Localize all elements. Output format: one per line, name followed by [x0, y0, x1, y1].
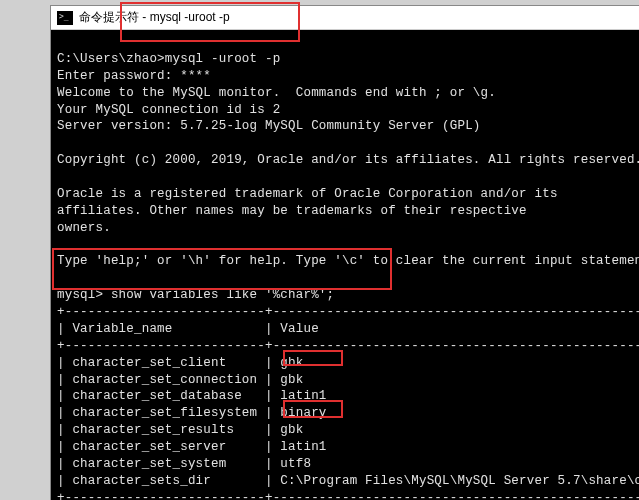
line: Oracle is a registered trademark of Orac… [57, 187, 558, 201]
table-border: +--------------------------+------------… [57, 305, 639, 319]
line: Server version: 5.7.25-log MySQL Communi… [57, 119, 481, 133]
table-row: | character_set_client | gbk [57, 356, 303, 370]
table-border: +--------------------------+------------… [57, 339, 639, 353]
table-row: | character_set_system | utf8 [57, 457, 311, 471]
line: Type 'help;' or '\h' for help. Type '\c'… [57, 254, 639, 268]
table-row: | character_set_server | latin1 [57, 440, 327, 454]
line: affiliates. Other names may be trademark… [57, 204, 527, 218]
line: C:\Users\zhao>mysql -uroot -p [57, 52, 280, 66]
table-border: +--------------------------+------------… [57, 491, 639, 500]
table-header: | Variable_name | Value [57, 322, 319, 336]
line: Enter password: **** [57, 69, 211, 83]
terminal-body[interactable]: C:\Users\zhao>mysql -uroot -p Enter pass… [51, 30, 639, 500]
table-row: | character_set_filesystem | binary [57, 406, 327, 420]
line: owners. [57, 221, 111, 235]
table-row: | character_set_database | latin1 [57, 389, 327, 403]
table-row: | character_sets_dir | C:\Program Files\… [57, 474, 639, 488]
window-title: 命令提示符 - mysql -uroot -p [79, 9, 230, 26]
line: Copyright (c) 2000, 2019, Oracle and/or … [57, 153, 639, 167]
terminal-window: 命令提示符 - mysql -uroot -p C:\Users\zhao>my… [50, 5, 639, 500]
line: Welcome to the MySQL monitor. Commands e… [57, 86, 496, 100]
line: Your MySQL connection id is 2 [57, 103, 280, 117]
table-row: | character_set_results | gbk [57, 423, 303, 437]
cmd-icon [57, 11, 73, 25]
table-row: | character_set_connection | gbk [57, 373, 303, 387]
prompt-line: mysql> show variables like '%char%'; [57, 288, 334, 302]
titlebar[interactable]: 命令提示符 - mysql -uroot -p [51, 6, 639, 30]
